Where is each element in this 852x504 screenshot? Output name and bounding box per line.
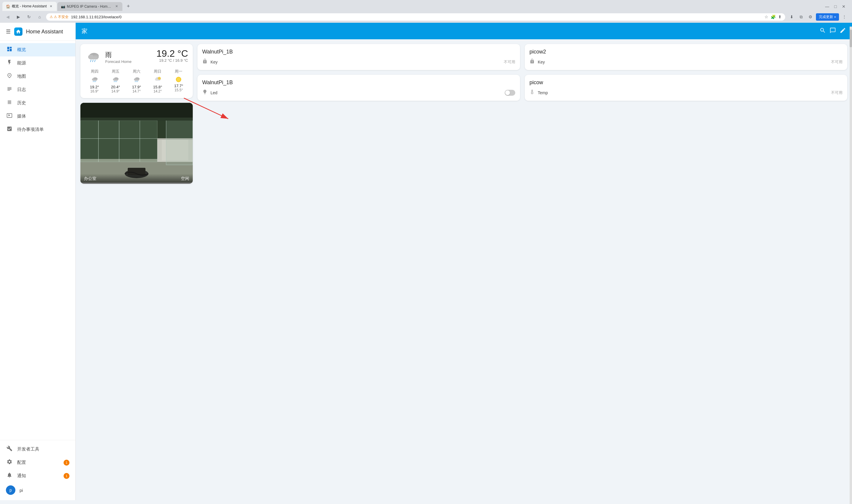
svg-rect-45 [140,121,140,162]
device-row-walnutpi1b-key: Key 不可用 [202,58,515,65]
sidebar-bottom: 开发者工具 配置 1 通知 1 p pi [0,440,75,500]
splitview-icon[interactable]: ⧉ [797,13,805,21]
extension-icon[interactable]: 🧩 [771,15,776,19]
nav-label-energy: 能源 [17,60,26,66]
device-title-picow: picow [529,79,842,86]
forecast-low-4: 15.5° [169,88,188,92]
maximize-button[interactable]: □ [833,4,838,9]
devtools-icon [6,446,13,453]
camera-overlay: 办公室 空闲 [81,174,193,184]
svg-line-27 [137,81,138,82]
back-button[interactable]: ◀ [3,13,12,21]
nav-item-history[interactable]: 历史 [0,96,75,110]
sidebar-nav: 概览 能源 地图 日志 [0,41,75,440]
tab-2-close[interactable]: ✕ [114,4,119,9]
device-name-walnutpi1b-led: Led [210,90,502,95]
window-controls: — □ ✕ [825,4,850,9]
forward-button[interactable]: ▶ [14,13,22,21]
share-icon[interactable]: ⬆ [778,15,782,19]
scrollbar-thumb[interactable] [850,30,852,47]
svg-rect-46 [81,138,157,139]
svg-line-19 [115,81,116,82]
nav-item-log[interactable]: 日志 [0,83,75,96]
forecast-low-3: 14.2° [149,89,167,93]
nav-item-todo[interactable]: 待办事项清单 [0,123,75,136]
forecast-day-3: 周日 15.8 [149,69,167,93]
svg-line-12 [94,81,94,82]
main-header: 家 [76,23,852,39]
chat-icon[interactable] [830,27,836,35]
forecast-day-name-1: 周五 [106,69,125,74]
hamburger-icon[interactable]: ☰ [6,29,11,35]
url-bar[interactable]: ⚠ ⚠ 不安全 192.168.1.11:8123/lovelace/0 ☆ 🧩… [46,13,785,21]
nav-item-devtools[interactable]: 开发者工具 [0,443,75,456]
device-status-picow2: 不可用 [831,59,842,65]
forecast-low-1: 14.9° [106,89,125,93]
forecast-day-name-0: 周四 [85,69,104,74]
log-icon [6,86,13,93]
settings-icon[interactable]: ⚙ [806,13,815,21]
edit-icon[interactable] [839,27,846,35]
forecast-high-3: 15.8° [149,85,167,89]
svg-line-11 [93,81,93,82]
nav-label-overview: 概览 [17,47,26,53]
download-icon[interactable]: ⬇ [787,13,796,21]
forecast-day-name-3: 周日 [149,69,167,74]
device-title-walnutpi1b-led: WalnutPi_1B [202,79,515,86]
device-card-walnutpi1b-led: WalnutPi_1B Led [197,75,520,101]
led-toggle[interactable] [505,90,515,96]
forecast-icon-2 [127,75,146,85]
url-actions: ☆ 🧩 ⬆ [765,15,782,19]
svg-rect-55 [81,103,193,119]
left-column: 雨 Forecast Home 19.2 °C 19.2 °C / 16.9 °… [81,44,193,184]
forecast-icon-1 [106,75,125,85]
scrollbar-track[interactable] [850,26,852,500]
forecast-icon-4 [169,75,188,84]
search-icon[interactable] [819,27,826,35]
close-button[interactable]: ✕ [841,4,846,9]
led-device-icon [202,89,208,96]
nav-label-todo: 待办事项清单 [17,127,44,132]
camera-feed-container: 办公室 空闲 [81,103,193,184]
address-bar: ◀ ▶ ↻ ⌂ ⚠ ⚠ 不安全 192.168.1.11:8123/lovela… [0,11,852,23]
svg-point-32 [158,77,161,80]
nav-item-user[interactable]: p pi [0,482,75,498]
svg-rect-43 [98,121,99,162]
key-device-icon-2 [529,58,535,65]
nav-label-map: 地图 [17,74,26,79]
weather-card: 雨 Forecast Home 19.2 °C 19.2 °C / 16.9 °… [81,44,193,98]
svg-line-6 [94,60,95,62]
refresh-button[interactable]: ↻ [25,13,33,21]
nav-item-notifications[interactable]: 通知 1 [0,469,75,482]
nav-item-config[interactable]: 配置 1 [0,456,75,469]
sidebar-header: ☰ Home Assistant [0,23,75,41]
nav-item-map[interactable]: 地图 [0,70,75,83]
device-status-picow: 不可用 [831,90,842,95]
bookmark-icon[interactable]: ☆ [765,15,768,19]
weather-forecast: 周四 [85,69,188,93]
forecast-day-2: 周六 [127,69,146,93]
forecast-low-2: 14.7° [127,89,146,93]
tab-1-title: 概览 - Home Assistant [12,4,47,9]
svg-rect-52 [166,118,193,165]
tab-1-close[interactable]: ✕ [49,4,53,9]
complete-update-button[interactable]: 完成更新 » [816,13,839,21]
menu-icon[interactable]: ⋮ [840,13,849,21]
nav-item-media[interactable]: 媒体 [0,110,75,123]
tab-1[interactable]: 🏠 概览 - Home Assistant ✕ [2,2,57,11]
url-text: 192.168.1.11:8123/lovelace/0 [71,15,762,19]
home-button[interactable]: ⌂ [35,13,44,21]
device-status-walnutpi1b-key: 不可用 [504,59,515,65]
forecast-day-4: 周一 17.7° 15.5° [169,69,188,93]
nav-item-energy[interactable]: 能源 [0,56,75,70]
new-tab-button[interactable]: + [124,2,133,11]
tab-2[interactable]: 📷 MJPEG IP Camera - Home As... ✕ [57,2,122,11]
nav-item-overview[interactable]: 概览 [0,43,75,56]
device-row-picow2: Key 不可用 [529,58,842,65]
minimize-button[interactable]: — [825,4,830,9]
content-area: 雨 Forecast Home 19.2 °C 19.2 °C / 16.9 °… [76,39,852,500]
svg-line-13 [95,81,96,82]
svg-rect-10 [93,79,97,80]
tab-1-favicon: 🏠 [6,4,10,8]
main-grid: 雨 Forecast Home 19.2 °C 19.2 °C / 16.9 °… [81,44,847,184]
